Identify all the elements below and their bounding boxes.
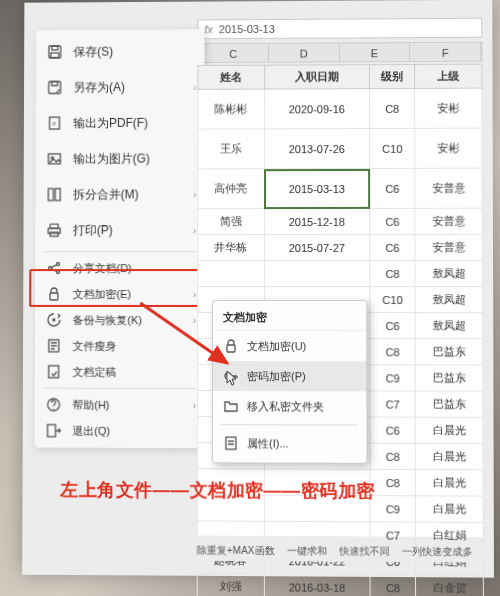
cell[interactable]: 安彬 xyxy=(415,128,482,168)
cell[interactable]: 2015-03-13 xyxy=(264,168,370,208)
table-header[interactable]: 入职日期 xyxy=(264,65,369,89)
submenu-item-mv-private[interactable]: 移入私密文件夹 xyxy=(213,391,366,422)
menu-item-encrypt[interactable]: 文档加密(E)› xyxy=(35,281,204,307)
cell[interactable]: 巴益东 xyxy=(415,339,482,365)
col-header[interactable]: C xyxy=(198,44,268,62)
menu-item-label: 另存为(A) xyxy=(73,79,125,96)
cell[interactable]: 2016-03-18 xyxy=(264,574,370,596)
formula-bar[interactable]: fx 2015-03-13 xyxy=(197,18,482,39)
cell[interactable]: C6 xyxy=(370,168,416,208)
cell[interactable]: 2020-09-16 xyxy=(264,89,369,129)
menu-item-share[interactable]: 分享文档(D) xyxy=(35,255,204,281)
split-icon xyxy=(45,186,63,204)
cell[interactable] xyxy=(198,261,265,287)
table-row[interactable]: 井华栋2015-07-27C6安普意 xyxy=(198,234,483,260)
cell[interactable]: 白金贺 xyxy=(416,575,484,596)
menu-item-help[interactable]: 帮助(H)› xyxy=(35,392,204,418)
table-header[interactable]: 级别 xyxy=(370,64,415,88)
cell[interactable]: 敖凤超 xyxy=(415,313,482,339)
cell[interactable]: C6 xyxy=(370,417,416,443)
table-row[interactable]: 刘强2016-03-18C8白金贺 xyxy=(197,573,483,596)
cell[interactable]: 白晨光 xyxy=(416,443,483,469)
chevron-right-icon: › xyxy=(193,288,196,299)
cell[interactable] xyxy=(264,260,370,286)
cell[interactable]: C9 xyxy=(370,496,416,522)
cell[interactable]: 王乐 xyxy=(198,129,264,169)
col-header[interactable]: E xyxy=(339,43,410,61)
help-icon xyxy=(45,396,63,414)
menu-item-exit[interactable]: 退出(Q) xyxy=(35,418,204,445)
svg-rect-23 xyxy=(227,345,235,352)
cell[interactable]: C6 xyxy=(370,208,416,234)
cell[interactable]: 白晨光 xyxy=(416,496,483,523)
cell[interactable]: C7 xyxy=(370,391,416,417)
cell[interactable]: 2013-07-26 xyxy=(264,129,369,169)
col-header[interactable]: F xyxy=(410,43,481,61)
cell[interactable]: 刘强 xyxy=(197,573,264,596)
cell[interactable]: C8 xyxy=(370,88,415,128)
exit-icon xyxy=(45,422,63,440)
cell[interactable]: C8 xyxy=(370,443,416,469)
cell[interactable]: 陈彬彬 xyxy=(198,89,264,129)
mouse-cursor-icon xyxy=(226,370,238,386)
cell[interactable]: 敖凤超 xyxy=(415,286,482,312)
cell[interactable]: 2015-12-18 xyxy=(264,208,370,234)
cell[interactable]: 井华栋 xyxy=(198,235,265,261)
menu-item-splitmerge[interactable]: 拆分合并(M)› xyxy=(35,176,204,212)
status-item[interactable]: 一列快速变成多 xyxy=(401,545,472,560)
cell[interactable]: 安普意 xyxy=(415,234,482,260)
cell[interactable]: 简强 xyxy=(198,209,264,235)
submenu-item-properties[interactable]: 属性(I)... xyxy=(213,428,367,459)
share-icon xyxy=(45,259,63,277)
cell[interactable]: C8 xyxy=(370,574,416,596)
table-row[interactable]: 陈彬彬2020-09-16C8安彬 xyxy=(198,88,482,129)
table-row[interactable]: 高仲亮2015-03-13C6安普意 xyxy=(198,168,483,209)
cell[interactable]: 安普意 xyxy=(415,168,482,208)
menu-item-backup[interactable]: 备份与恢复(K)› xyxy=(35,307,204,333)
svg-text:P: P xyxy=(53,122,57,127)
cell[interactable]: 2015-07-27 xyxy=(264,234,370,260)
menu-item-label: 退出(Q) xyxy=(72,423,110,438)
cell[interactable]: 白晨光 xyxy=(416,470,483,497)
cell[interactable]: 安彬 xyxy=(415,88,482,128)
cell[interactable]: C6 xyxy=(370,234,416,260)
status-item[interactable]: 除重复+MAX函数 xyxy=(197,544,275,559)
cell[interactable]: C8 xyxy=(370,260,416,286)
menu-item-exportpdf[interactable]: P输出为PDF(F) xyxy=(36,105,205,141)
table-row[interactable]: C8敖凤超 xyxy=(198,260,483,286)
table-header[interactable]: 姓名 xyxy=(198,65,264,89)
cell[interactable]: C6 xyxy=(370,313,416,339)
cell[interactable]: C8 xyxy=(370,339,416,365)
table-row[interactable]: 简强2015-12-18C6安普意 xyxy=(198,208,483,234)
status-item[interactable]: 一键求和 xyxy=(287,544,327,558)
svg-rect-16 xyxy=(50,293,58,300)
svg-point-17 xyxy=(53,319,55,321)
submenu-item-doc-encrypt[interactable]: 文档加密(U) xyxy=(213,331,366,361)
table-row[interactable]: 王乐2013-07-26C10安彬 xyxy=(198,128,482,169)
status-item[interactable]: 快速找不同 xyxy=(339,544,389,558)
cell[interactable]: C9 xyxy=(370,365,416,391)
svg-rect-22 xyxy=(48,425,56,437)
svg-point-14 xyxy=(57,263,60,266)
save-icon xyxy=(46,43,64,61)
cell[interactable]: C10 xyxy=(370,128,416,168)
menu-item-saveas[interactable]: 另存为(A)› xyxy=(36,69,205,105)
svg-rect-25 xyxy=(226,437,236,449)
cell[interactable]: 高仲亮 xyxy=(198,169,264,209)
cell[interactable]: 巴益东 xyxy=(415,365,482,391)
cell[interactable]: 敖凤超 xyxy=(415,260,482,286)
cell[interactable]: C8 xyxy=(370,469,416,495)
menu-item-label: 备份与恢复(K) xyxy=(73,312,142,327)
cell[interactable]: 白晨光 xyxy=(416,417,483,443)
cell[interactable]: 巴益东 xyxy=(416,391,483,417)
menu-item-slim[interactable]: 文件瘦身 xyxy=(35,333,204,359)
menu-item-exportimg[interactable]: 输出为图片(G) xyxy=(36,141,205,177)
formula-value: 2015-03-13 xyxy=(219,23,275,35)
menu-item-print[interactable]: 打印(P)› xyxy=(35,212,204,248)
menu-item-locate[interactable]: 文档定稿 xyxy=(35,359,204,385)
menu-item-save[interactable]: 保存(S) xyxy=(36,33,204,70)
cell[interactable]: 安普意 xyxy=(415,208,482,234)
cell[interactable]: C10 xyxy=(370,286,416,312)
col-header[interactable]: D xyxy=(269,43,340,61)
table-header[interactable]: 上级 xyxy=(415,64,482,88)
